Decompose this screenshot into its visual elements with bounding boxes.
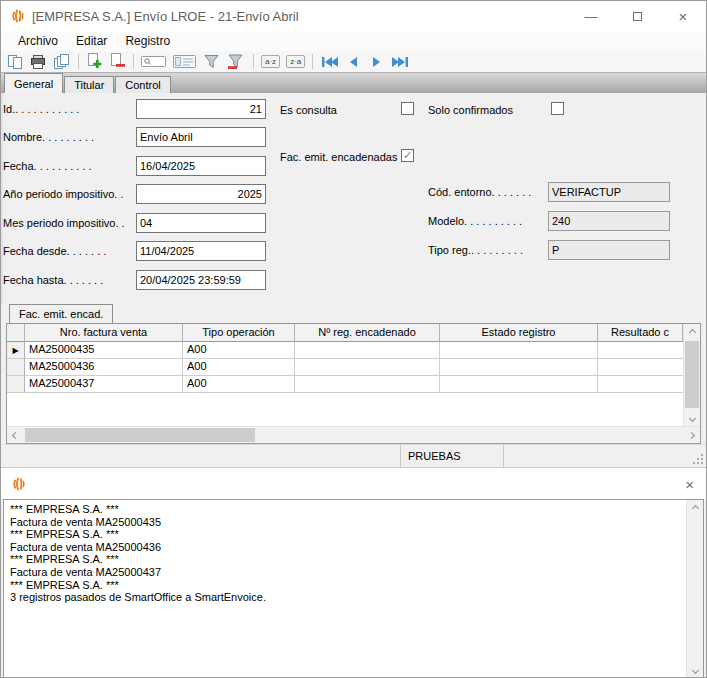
cell-nro-factura[interactable]: MA25000437 — [25, 376, 183, 393]
tab-control[interactable]: Control — [115, 76, 170, 93]
invoice-grid: Nro. factura venta Tipo operación Nº reg… — [6, 323, 701, 444]
print-icon[interactable] — [28, 52, 49, 72]
anio-periodo-field[interactable] — [136, 184, 266, 204]
filter-icon[interactable] — [201, 52, 223, 72]
col-nro-factura-venta[interactable]: Nro. factura venta — [25, 324, 183, 342]
fecha-desde-label: Fecha desde. . . . . . . — [3, 245, 125, 257]
cell-estado[interactable] — [440, 342, 598, 359]
prior-record-icon[interactable] — [344, 52, 364, 72]
minimize-button[interactable]: — — [568, 1, 614, 31]
add-record-icon[interactable] — [84, 52, 105, 72]
log-panel: *** EMPRESA S.A. *** Factura de venta MA… — [3, 499, 704, 678]
form-view-icon[interactable] — [171, 52, 199, 72]
solo-confirmados-checkbox[interactable] — [551, 102, 564, 115]
id-label: Id.. . . . . . . . . . . — [3, 103, 125, 115]
fecha-field[interactable] — [136, 156, 266, 176]
sort-za-icon[interactable]: z·a — [284, 52, 307, 72]
col-tipo-operacion[interactable]: Tipo operación — [183, 324, 295, 342]
fecha-hasta-label: Fecha hasta. . . . . . . — [3, 274, 125, 286]
log-line: Factura de venta MA25000436 — [10, 541, 680, 554]
col-resultado[interactable]: Resultado c — [598, 324, 683, 342]
scroll-up-icon[interactable] — [684, 324, 701, 340]
cell-estado[interactable] — [440, 359, 598, 376]
resize-grip-icon[interactable] — [701, 462, 703, 464]
log-line: *** EMPRESA S.A. *** — [10, 553, 680, 566]
grid-horizontal-scrollbar[interactable] — [7, 426, 700, 443]
cell-nro-factura[interactable]: MA25000435 — [25, 342, 183, 359]
grid-vertical-scrollbar[interactable] — [683, 324, 700, 426]
grid-vscroll-thumb[interactable] — [685, 341, 699, 408]
log-line: *** EMPRESA S.A. *** — [10, 503, 680, 516]
scroll-down-icon[interactable] — [684, 410, 701, 426]
maximize-button[interactable] — [614, 1, 660, 31]
status-panel-environment: PRUEBAS — [401, 445, 504, 467]
last-record-icon[interactable] — [388, 52, 412, 72]
tab-fac-emit-encad[interactable]: Fac. emit. encad. — [9, 304, 113, 323]
col-nreg-encadenado[interactable]: Nº reg. encadenado — [295, 324, 440, 342]
cell-tipo-operacion[interactable]: A00 — [183, 359, 295, 376]
fac-emit-encadenadas-checkbox[interactable]: ✓ — [401, 149, 414, 162]
cell-nreg[interactable] — [295, 342, 440, 359]
app-icon — [10, 8, 26, 24]
search-box-icon[interactable] — [139, 52, 169, 72]
status-panel-left — [1, 445, 401, 467]
scroll-down-icon[interactable] — [687, 662, 704, 678]
es-consulta-checkbox[interactable] — [401, 102, 414, 115]
tipo-reg-field[interactable] — [548, 240, 670, 260]
first-record-icon[interactable] — [318, 52, 342, 72]
cell-estado[interactable] — [440, 376, 598, 393]
modelo-field[interactable] — [548, 211, 670, 231]
copy-icon[interactable] — [5, 52, 26, 72]
log-close-button[interactable]: × — [685, 476, 694, 493]
filter-remove-icon[interactable] — [225, 52, 248, 72]
id-field[interactable] — [136, 99, 266, 119]
tab-general[interactable]: General — [4, 73, 63, 93]
sort-az-icon[interactable]: a·z — [259, 52, 282, 72]
menu-archivo[interactable]: Archivo — [9, 32, 67, 50]
menu-registro[interactable]: Registro — [116, 32, 179, 50]
grid-tab-row: Fac. emit. encad. — [1, 303, 706, 323]
pages-icon[interactable] — [51, 52, 73, 72]
log-line: Factura de venta MA25000435 — [10, 516, 680, 529]
mes-periodo-field[interactable] — [136, 213, 266, 233]
cell-resultado[interactable] — [598, 342, 683, 359]
maximize-icon — [633, 12, 642, 21]
statusbar: PRUEBAS — [1, 444, 706, 467]
cell-nreg[interactable] — [295, 359, 440, 376]
cod-entorno-label: Cód. entorno. . . . . . . — [428, 186, 531, 198]
app-window: [EMPRESA S.A.] Envío LROE - 21-Envío Abr… — [0, 0, 707, 678]
close-button[interactable]: × — [660, 1, 706, 31]
window-title: [EMPRESA S.A.] Envío LROE - 21-Envío Abr… — [32, 9, 568, 24]
toolbar-separator — [312, 54, 313, 69]
grid-hscroll-thumb[interactable] — [25, 428, 255, 442]
cell-resultado[interactable] — [598, 359, 683, 376]
nombre-field[interactable] — [136, 127, 266, 147]
cell-nreg[interactable] — [295, 376, 440, 393]
fecha-desde-field[interactable] — [136, 241, 266, 261]
log-text: *** EMPRESA S.A. *** Factura de venta MA… — [4, 500, 686, 678]
fecha-label: Fecha. . . . . . . . . . — [3, 160, 125, 172]
es-consulta-label: Es consulta — [280, 104, 337, 116]
toolbar-separator — [78, 54, 79, 69]
fecha-hasta-field[interactable] — [136, 270, 266, 290]
cell-nro-factura[interactable]: MA25000436 — [25, 359, 183, 376]
menu-editar[interactable]: Editar — [67, 32, 116, 50]
table-row[interactable]: MA25000436 A00 — [7, 359, 683, 376]
menubar: Archivo Editar Registro — [1, 31, 706, 51]
log-vertical-scrollbar[interactable] — [686, 500, 703, 678]
toolbar-separator — [133, 54, 134, 69]
cod-entorno-field[interactable] — [548, 182, 670, 202]
delete-record-icon[interactable] — [107, 52, 128, 72]
col-estado-registro[interactable]: Estado registro — [440, 324, 598, 342]
cell-resultado[interactable] — [598, 376, 683, 393]
tab-titular[interactable]: Titular — [64, 76, 114, 93]
scroll-up-icon[interactable] — [687, 500, 704, 516]
scroll-left-icon[interactable] — [7, 427, 24, 443]
next-record-icon[interactable] — [366, 52, 386, 72]
grid-indicator-header — [7, 324, 25, 342]
scroll-right-icon[interactable] — [683, 427, 700, 443]
cell-tipo-operacion[interactable]: A00 — [183, 342, 295, 359]
table-row[interactable]: ▶ MA25000435 A00 — [7, 342, 683, 359]
table-row[interactable]: MA25000437 A00 — [7, 376, 683, 393]
cell-tipo-operacion[interactable]: A00 — [183, 376, 295, 393]
